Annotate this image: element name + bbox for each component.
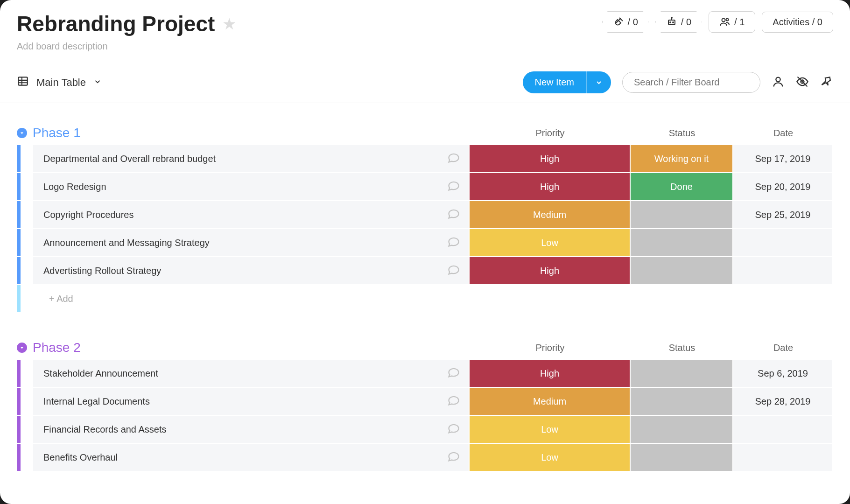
status-cell[interactable]	[631, 416, 733, 443]
search-input[interactable]	[622, 72, 760, 93]
view-switcher[interactable]: Main Table	[17, 75, 102, 90]
chat-icon[interactable]	[447, 179, 460, 195]
column-header-priority[interactable]: Priority	[470, 343, 631, 353]
status-cell[interactable]	[631, 360, 733, 387]
group: Phase 2PriorityStatusDateStakeholder Ann…	[17, 340, 833, 471]
chat-icon[interactable]	[447, 366, 460, 381]
row-color-bar	[17, 229, 21, 256]
pin-button[interactable]	[820, 75, 833, 90]
status-cell[interactable]	[631, 444, 733, 471]
priority-cell[interactable]: High	[470, 145, 631, 172]
new-item-button[interactable]: New Item	[523, 71, 586, 93]
status-cell[interactable]	[631, 388, 733, 415]
column-header-status[interactable]: Status	[631, 343, 733, 353]
priority-cell[interactable]: Low	[470, 416, 631, 443]
date-cell[interactable]: Sep 17, 2019	[733, 145, 833, 172]
row-color-bar	[17, 285, 21, 312]
new-item-dropdown[interactable]	[586, 71, 611, 93]
date-cell[interactable]: Sep 20, 2019	[733, 173, 833, 200]
table-row: Benefits OverhaulLow	[17, 444, 833, 471]
add-item-cell[interactable]: + Add	[33, 285, 470, 312]
group-title[interactable]: Phase 1	[33, 126, 81, 140]
status-cell[interactable]: Working on it	[631, 145, 733, 172]
item-name-cell[interactable]: Financial Records and Assets	[33, 416, 470, 443]
table-row: Internal Legal DocumentsMediumSep 28, 20…	[17, 388, 833, 415]
date-cell[interactable]: Sep 28, 2019	[733, 388, 833, 415]
group-title[interactable]: Phase 2	[33, 340, 81, 355]
svg-point-11	[776, 77, 780, 81]
svg-marker-15	[21, 347, 23, 349]
row-color-bar	[17, 145, 21, 172]
table-row: Advertisting Rollout StrategyHigh	[17, 257, 833, 284]
chat-icon[interactable]	[447, 151, 460, 167]
item-name-cell[interactable]: Announcement and Messaging Strategy	[33, 229, 470, 256]
column-header-status[interactable]: Status	[631, 128, 733, 139]
svg-point-5	[722, 19, 725, 22]
item-name: Copyright Procedures	[43, 210, 133, 220]
column-header-date[interactable]: Date	[733, 128, 833, 139]
row-color-bar	[17, 360, 21, 387]
date-cell[interactable]	[733, 229, 833, 256]
date-cell[interactable]	[733, 444, 833, 471]
integrations-button[interactable]: / 0	[602, 11, 649, 33]
board-header: Rebranding Project ★ Add board descripti…	[17, 11, 833, 52]
date-cell[interactable]	[733, 257, 833, 284]
table-row: Announcement and Messaging StrategyLow	[17, 229, 833, 256]
priority-cell[interactable]: Medium	[470, 201, 631, 228]
priority-cell[interactable]: Medium	[470, 388, 631, 415]
status-cell[interactable]	[631, 201, 733, 228]
groups-container: Phase 1PriorityStatusDateDepartmental an…	[0, 103, 850, 471]
collapse-toggle[interactable]	[17, 128, 27, 138]
members-count: / 1	[734, 17, 745, 28]
person-filter-button[interactable]	[772, 75, 785, 90]
priority-cell[interactable]: High	[470, 257, 631, 284]
priority-cell[interactable]: High	[470, 173, 631, 200]
group: Phase 1PriorityStatusDateDepartmental an…	[17, 126, 833, 312]
item-name-cell[interactable]: Copyright Procedures	[33, 201, 470, 228]
table-icon	[17, 75, 29, 90]
chat-icon[interactable]	[447, 207, 460, 223]
hide-columns-button[interactable]	[796, 75, 809, 90]
chat-icon[interactable]	[447, 450, 460, 465]
svg-point-4	[673, 22, 674, 23]
members-button[interactable]: / 1	[709, 11, 755, 33]
table-row: Stakeholder AnnouncementHighSep 6, 2019	[17, 360, 833, 387]
date-cell[interactable]: Sep 6, 2019	[733, 360, 833, 387]
item-name-cell[interactable]: Benefits Overhaul	[33, 444, 470, 471]
chat-icon[interactable]	[447, 422, 460, 437]
row-color-bar	[17, 201, 21, 228]
item-name-cell[interactable]: Stakeholder Announcement	[33, 360, 470, 387]
chat-icon[interactable]	[447, 235, 460, 251]
star-icon[interactable]: ★	[222, 14, 236, 33]
group-header: Phase 2PriorityStatusDate	[17, 340, 833, 360]
item-name-cell[interactable]: Departmental and Overall rebrand budget	[33, 145, 470, 172]
priority-cell[interactable]: High	[470, 360, 631, 387]
date-cell[interactable]: Sep 25, 2019	[733, 201, 833, 228]
integrations-count: / 0	[628, 17, 638, 28]
board-title[interactable]: Rebranding Project	[17, 11, 215, 36]
add-item-row[interactable]: + Add	[17, 285, 833, 312]
priority-cell[interactable]: Low	[470, 229, 631, 256]
new-item-split-button: New Item	[523, 71, 611, 93]
board-app: Rebranding Project ★ Add board descripti…	[0, 0, 850, 504]
svg-point-2	[671, 17, 672, 18]
status-cell[interactable]	[631, 229, 733, 256]
item-name: Stakeholder Announcement	[43, 368, 158, 379]
date-cell[interactable]	[733, 416, 833, 443]
collapse-toggle[interactable]	[17, 343, 27, 353]
priority-cell[interactable]: Low	[470, 444, 631, 471]
item-name-cell[interactable]: Internal Legal Documents	[33, 388, 470, 415]
row-color-bar	[17, 388, 21, 415]
item-name-cell[interactable]: Advertisting Rollout Strategy	[33, 257, 470, 284]
activities-button[interactable]: Activities / 0	[762, 12, 833, 33]
status-cell[interactable]: Done	[631, 173, 733, 200]
chat-icon[interactable]	[447, 263, 460, 279]
column-header-priority[interactable]: Priority	[470, 128, 631, 139]
board-description[interactable]: Add board description	[17, 41, 236, 52]
automations-button[interactable]: / 0	[655, 11, 702, 33]
chat-icon[interactable]	[447, 394, 460, 409]
column-header-date[interactable]: Date	[733, 343, 833, 353]
status-cell[interactable]	[631, 257, 733, 284]
activities-label: Activities / 0	[773, 17, 822, 28]
item-name-cell[interactable]: Logo Redesign	[33, 173, 470, 200]
